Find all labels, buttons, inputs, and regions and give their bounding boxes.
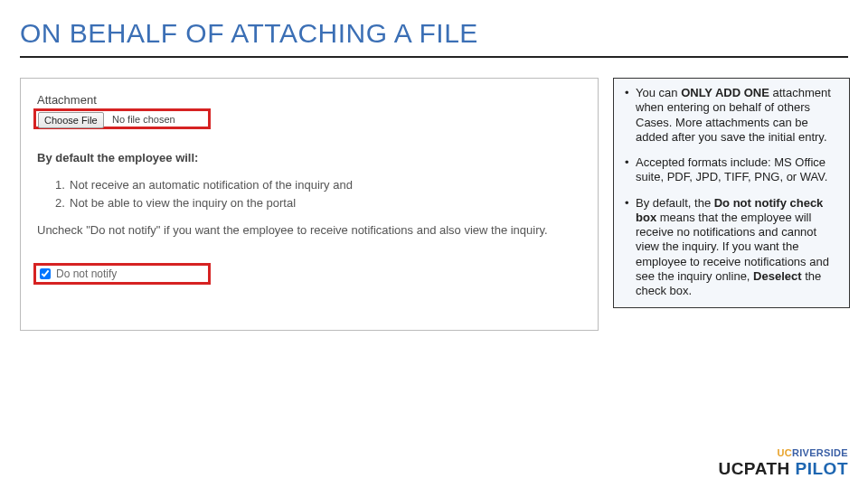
info-bullet-2: Accepted formats include: MS Office suit… (623, 155, 840, 185)
list-text: Not receive an automatic notification of… (70, 178, 353, 192)
info-bullet-1: You can ONLY ADD ONE attachment when ent… (623, 86, 840, 145)
info-bold: Deselect (753, 269, 801, 283)
list-number: 2. (55, 194, 70, 212)
info-text: By default, the (636, 196, 714, 210)
form-screenshot: Attachment Choose File No file chosen By… (20, 78, 599, 331)
info-bold: ONLY ADD ONE (681, 86, 769, 99)
logo-line-1: UCRIVERSIDE (718, 448, 848, 458)
logo-line-2: UCPATH PILOT (718, 460, 848, 477)
title-underline (20, 56, 848, 58)
default-header: By default the employee will: (37, 151, 198, 164)
page-title: ON BEHALF OF ATTACHING A FILE (20, 18, 478, 49)
info-panel: You can ONLY ADD ONE attachment when ent… (613, 78, 850, 308)
do-not-notify-highlight: Do not notify (33, 263, 211, 285)
choose-file-button[interactable]: Choose File (38, 112, 104, 128)
footer-logo: UCRIVERSIDE UCPATH PILOT (718, 448, 848, 477)
list-item: 2.Not be able to view the inquiry on the… (55, 194, 353, 212)
no-file-chosen-text: No file chosen (112, 114, 175, 125)
slide: ON BEHALF OF ATTACHING A FILE Attachment… (0, 0, 868, 488)
do-not-notify-checkbox[interactable] (40, 268, 51, 279)
logo-uc: UC (778, 447, 793, 458)
info-bullet-3: By default, the Do not notify check box … (623, 196, 840, 299)
attachment-label: Attachment (37, 93, 97, 107)
info-text: You can (636, 86, 681, 99)
attachment-highlight: Choose File No file chosen (33, 108, 211, 129)
list-number: 1. (55, 176, 70, 194)
logo-ucpath: UCPATH (718, 459, 789, 478)
list-text: Not be able to view the inquiry on the p… (70, 196, 296, 210)
logo-pilot: PILOT (796, 459, 848, 478)
default-list: 1.Not receive an automatic notification … (55, 176, 353, 212)
uncheck-note: Uncheck "Do not notify" if you want the … (37, 223, 581, 237)
list-item: 1.Not receive an automatic notification … (55, 176, 353, 194)
logo-riverside: RIVERSIDE (792, 447, 848, 458)
do-not-notify-label: Do not notify (56, 267, 117, 280)
